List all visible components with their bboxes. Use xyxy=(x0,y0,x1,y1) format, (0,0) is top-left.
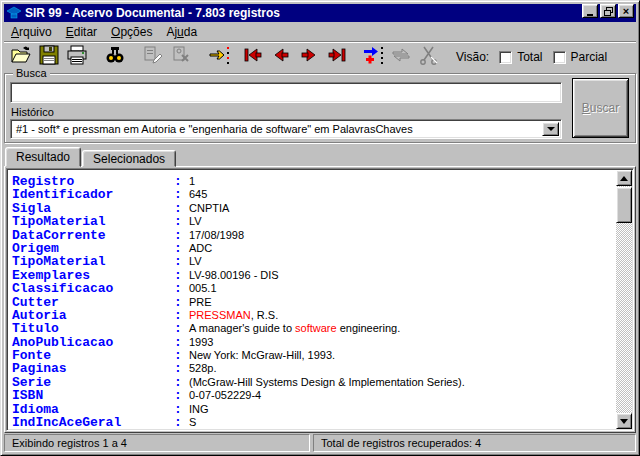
field-value: 645 xyxy=(189,188,207,200)
view-label: Visão: xyxy=(456,50,489,64)
busca-group: Busca Histórico #1 - soft* e pressman em… xyxy=(4,73,636,143)
menu-arquivo[interactable]: Arquivo xyxy=(4,23,59,41)
record-row: Identificador:645 xyxy=(12,186,613,199)
record-row: Classificacao:005.1 xyxy=(12,280,613,293)
buscar-button-label: Buscar xyxy=(582,101,619,115)
app-icon xyxy=(6,5,22,21)
copy-record-button xyxy=(140,44,166,70)
record-row: Sigla:CNPTIA xyxy=(12,200,613,213)
record-viewer: Registro:1Identificador:645Sigla:CNPTIAT… xyxy=(6,168,634,431)
record-row: Exemplares:LV-98.00196 - DIS xyxy=(12,267,613,280)
record-row: Idioma:ING xyxy=(12,401,613,414)
busca-input[interactable] xyxy=(10,82,562,103)
minimize-icon xyxy=(587,14,593,16)
tab-strip: ResultadoSelecionados xyxy=(5,147,177,167)
historico-label: Histórico xyxy=(11,106,54,118)
restore-button[interactable] xyxy=(600,4,616,18)
chevron-down-icon xyxy=(547,127,555,131)
view-options: Visão:TotalParcial xyxy=(456,50,607,64)
vertical-scrollbar[interactable] xyxy=(616,170,632,429)
checkbox-label-parcial: Parcial xyxy=(571,50,608,64)
search-icon xyxy=(104,44,126,70)
menu-opcoes[interactable]: Opções xyxy=(104,23,159,41)
field-value: CNPTIA xyxy=(189,202,229,214)
combo-dropdown-button[interactable] xyxy=(542,122,559,136)
edit-record-icon xyxy=(418,44,440,70)
record-row: IndImpEtiqueta:N xyxy=(12,427,613,431)
menu-bar: ArquivoEditarOpçõesAjuda xyxy=(4,22,636,41)
checkbox-label-total: Total xyxy=(517,50,542,64)
discard-record-icon xyxy=(170,44,192,70)
status-bar: Exibindo registros 1 a 4 Total de regist… xyxy=(4,434,636,452)
edit-record-button xyxy=(416,44,442,70)
record-row: Paginas:528p. xyxy=(12,360,613,373)
status-left: Exibindo registros 1 a 4 xyxy=(4,434,310,452)
field-value: 528p. xyxy=(189,362,217,374)
checkbox-parcial[interactable] xyxy=(553,51,566,64)
select-record-icon xyxy=(208,44,230,70)
minimize-button[interactable] xyxy=(582,4,598,18)
scroll-up-button[interactable] xyxy=(616,170,632,186)
record-row: TipoMaterial:LV xyxy=(12,213,613,226)
restore-icon xyxy=(604,7,613,16)
field-value: 0-07-052229-4 xyxy=(189,389,261,401)
menu-ajuda[interactable]: Ajuda xyxy=(159,23,204,41)
field-value: ING xyxy=(189,403,209,415)
close-icon: × xyxy=(623,6,629,17)
record-row: TipoMaterial:LV xyxy=(12,253,613,266)
add-record-icon xyxy=(362,44,384,70)
next-record-button[interactable] xyxy=(296,44,322,70)
next-record-icon xyxy=(298,44,320,70)
field-value: LV xyxy=(189,215,202,227)
historico-combobox[interactable]: #1 - soft* e pressman em Autoria e "enge… xyxy=(10,119,562,139)
menu-editar[interactable]: Editar xyxy=(59,23,104,41)
field-value: PRESSMAN, R.S. xyxy=(189,309,278,321)
buscar-button: Buscar xyxy=(572,78,629,138)
field-value: 17/08/1998 xyxy=(189,229,244,241)
app-window: SIR 99 - Acervo Documental - 7.803 regis… xyxy=(0,0,640,456)
field-value: ADC xyxy=(189,242,212,254)
previous-record-button[interactable] xyxy=(268,44,294,70)
field-value: 005.1 xyxy=(189,282,217,294)
triangle-down-icon xyxy=(620,419,628,424)
field-name: IndImpEtiqueta xyxy=(12,429,174,431)
triangle-up-icon xyxy=(620,176,628,181)
historico-value: #1 - soft* e pressman em Autoria e "enge… xyxy=(16,123,413,135)
transfer-record-button xyxy=(388,44,414,70)
tab-resultado[interactable]: Resultado xyxy=(5,147,81,167)
record-row: Fonte:New York: McGraw-Hill, 1993. xyxy=(12,347,613,360)
print-icon xyxy=(66,44,88,70)
tab-selecionados[interactable]: Selecionados xyxy=(82,150,176,167)
search-button[interactable] xyxy=(102,44,128,70)
discard-record-button xyxy=(168,44,194,70)
title-bar: SIR 99 - Acervo Documental - 7.803 regis… xyxy=(4,4,636,22)
last-record-icon xyxy=(326,44,348,70)
toolbar: Visão:TotalParcial xyxy=(4,43,636,71)
field-value: S xyxy=(189,416,196,428)
record-row: Registro:1 xyxy=(12,173,613,186)
previous-record-icon xyxy=(270,44,292,70)
select-record-button[interactable] xyxy=(206,44,232,70)
scrollbar-thumb[interactable] xyxy=(616,187,632,223)
scroll-down-button[interactable] xyxy=(616,413,632,429)
field-value: N xyxy=(189,429,197,431)
record-row: IndIncAceGeral:S xyxy=(12,414,613,427)
record-row: ISBN:0-07-052229-4 xyxy=(12,387,613,400)
transfer-record-icon xyxy=(390,44,412,70)
record-row: Autoria:PRESSMAN, R.S. xyxy=(12,307,613,320)
close-button[interactable]: × xyxy=(618,4,634,18)
add-record-button[interactable] xyxy=(360,44,386,70)
record-row: Titulo:A manager's guide to software eng… xyxy=(12,320,613,333)
print-button[interactable] xyxy=(64,44,90,70)
field-colon: : xyxy=(174,429,189,431)
last-record-button[interactable] xyxy=(324,44,350,70)
field-value: 1 xyxy=(189,175,195,187)
first-record-button[interactable] xyxy=(240,44,266,70)
checkbox-total[interactable] xyxy=(499,51,512,64)
field-value: (McGraw-Hill Systems Design & Implementa… xyxy=(189,376,465,388)
record-row: AnoPublicacao:1993 xyxy=(12,334,613,347)
tab-page: Registro:1Identificador:645Sigla:CNPTIAT… xyxy=(4,166,636,433)
field-value: PRE xyxy=(189,296,212,308)
record-row: Cutter:PRE xyxy=(12,294,613,307)
busca-group-label: Busca xyxy=(13,67,50,79)
